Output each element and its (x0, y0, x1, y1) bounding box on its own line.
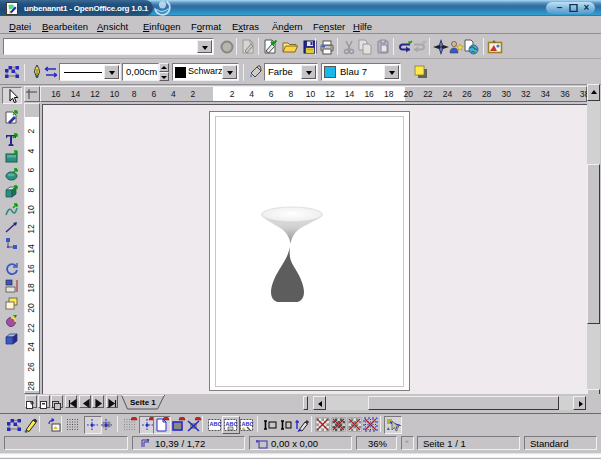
svg-text:ABC: ABC (226, 420, 238, 426)
svg-text:ABC: ABC (210, 420, 222, 426)
svg-text:ABC: ABC (242, 420, 254, 426)
